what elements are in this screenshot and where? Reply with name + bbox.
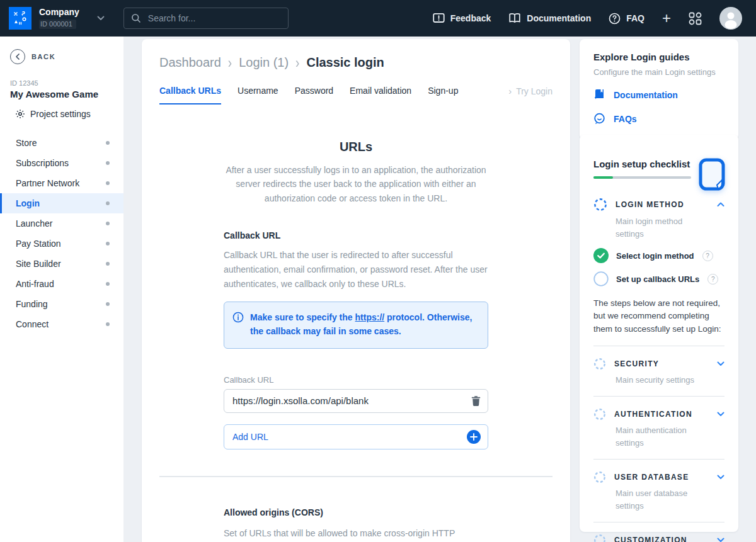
page-title: Classic login — [306, 55, 384, 70]
callback-url-heading: Callback URL — [224, 230, 488, 240]
checklist-progress-bar — [593, 176, 691, 179]
checklist-section-label: LOGIN METHOD — [616, 200, 684, 209]
back-button[interactable]: BACK — [10, 49, 123, 64]
try-login-label: Try Login — [516, 86, 553, 96]
guides-faqs-label: FAQs — [614, 114, 637, 124]
add-url-button[interactable]: Add URL — [224, 424, 488, 449]
sidebar-item-label: Login — [16, 198, 40, 208]
callback-url-input-label: Callback URL — [224, 375, 488, 385]
callback-url-input[interactable] — [224, 389, 488, 413]
status-dot-icon — [106, 181, 110, 185]
urls-section-title: URLs — [224, 140, 488, 154]
company-selector[interactable]: Company ID 000001 — [39, 8, 79, 28]
checklist-section-authentication[interactable]: AUTHENTICATION — [593, 408, 724, 421]
chevron-down-icon[interactable] — [97, 16, 105, 21]
divider — [593, 396, 724, 397]
https-protocol-link[interactable]: https:// — [355, 312, 385, 322]
guides-documentation-label: Documentation — [614, 90, 678, 100]
faq-button[interactable]: FAQ — [609, 13, 644, 25]
documentation-icon — [508, 13, 521, 24]
chevron-down-icon[interactable] — [717, 475, 724, 480]
help-icon[interactable]: ? — [707, 274, 718, 285]
checklist-progress-fill — [593, 176, 613, 179]
checklist-section-customization[interactable]: CUSTOMIZATION — [593, 534, 724, 542]
sidebar-item-subscriptions[interactable]: Subscriptions — [0, 153, 123, 173]
search-input[interactable] — [147, 13, 281, 24]
xsolla-logo-icon[interactable] — [9, 7, 32, 30]
project-sidebar: BACK ID 12345 My Awesome Game Project se… — [0, 37, 123, 542]
chevron-down-icon[interactable] — [717, 361, 724, 366]
tab-password[interactable]: Password — [295, 86, 333, 104]
https-protocol-callout: Make sure to specify the https:// protoc… — [224, 302, 488, 348]
empty-circle-icon — [593, 271, 609, 286]
chevron-down-icon[interactable] — [717, 538, 724, 542]
tab-email-validation[interactable]: Email validation — [350, 86, 411, 104]
explore-guides-card: Explore Login guides Configure the main … — [580, 39, 738, 140]
guides-documentation-link[interactable]: Documentation — [593, 89, 724, 101]
gear-icon — [15, 109, 25, 119]
feedback-button[interactable]: Feedback — [433, 13, 491, 24]
divider — [593, 346, 724, 346]
sidebar-item-label: Connect — [16, 319, 49, 329]
checklist-section-user-database[interactable]: USER DATABASE — [593, 471, 724, 483]
callout-text: Make sure to specify the https:// protoc… — [250, 311, 479, 338]
global-search — [123, 8, 289, 29]
chevron-up-icon[interactable] — [717, 202, 724, 207]
tab-username[interactable]: Username — [238, 86, 278, 104]
status-dot-icon — [106, 282, 110, 286]
sidebar-item-label: Store — [16, 138, 37, 148]
sidebar-item-label: Subscriptions — [16, 158, 69, 168]
sidebar-item-pay-station[interactable]: Pay Station — [0, 234, 123, 254]
status-dot-icon — [106, 141, 110, 145]
chevron-right-icon: › — [228, 54, 232, 72]
tab-sign-up[interactable]: Sign-up — [428, 86, 458, 104]
sidebar-item-label: Site Builder — [16, 259, 61, 269]
try-login-button[interactable]: › Try Login — [508, 86, 553, 96]
documentation-button[interactable]: Documentation — [508, 13, 591, 24]
checklist-item-label: Set up callback URLs — [616, 274, 699, 284]
help-icon[interactable]: ? — [702, 251, 713, 261]
apps-grid-icon[interactable] — [689, 12, 702, 25]
back-label: BACK — [32, 53, 55, 60]
sidebar-item-store[interactable]: Store — [0, 133, 123, 153]
checklist-item-label: Select login method — [616, 251, 694, 261]
checklist-section-label: AUTHENTICATION — [614, 410, 692, 419]
user-avatar[interactable] — [719, 7, 742, 30]
status-dot-icon — [106, 222, 110, 225]
tab-callback-urls[interactable]: Callback URLs — [159, 86, 221, 104]
sidebar-item-funding[interactable]: Funding — [0, 294, 123, 314]
login-setup-checklist-card: Login setup checklist LOGIN METHOD Main … — [580, 135, 738, 532]
guides-faqs-link[interactable]: FAQs — [593, 113, 724, 125]
sidebar-item-anti-fraud[interactable]: Anti-fraud — [0, 274, 123, 294]
delete-url-button[interactable] — [471, 395, 481, 406]
sidebar-item-launcher[interactable]: Launcher — [0, 213, 123, 234]
sidebar-item-label: Pay Station — [16, 239, 61, 249]
checklist-item-select-login-method[interactable]: Select login method ? — [593, 248, 724, 263]
chevron-down-icon[interactable] — [717, 412, 724, 417]
sidebar-item-site-builder[interactable]: Site Builder — [0, 254, 123, 274]
sidebar-item-connect[interactable]: Connect — [0, 314, 123, 334]
tab-bar: Callback URLs Username Password Email va… — [159, 86, 553, 104]
urls-section-description: After a user successfully logs in to an … — [224, 163, 488, 205]
sidebar-item-login[interactable]: Login — [0, 193, 123, 213]
sidebar-item-label: Funding — [16, 299, 48, 309]
dashed-circle-icon — [593, 408, 606, 421]
question-circle-icon — [609, 13, 621, 25]
sidebar-item-partner-network[interactable]: Partner Network — [0, 173, 123, 193]
checklist-item-set-up-callback-urls[interactable]: Set up callback URLs ? — [593, 271, 724, 286]
status-dot-icon — [106, 322, 110, 326]
book-icon — [593, 89, 605, 101]
top-navigation-bar: Company ID 000001 Feedback Documentation — [0, 0, 756, 37]
checklist-section-login-method[interactable]: LOGIN METHOD — [593, 198, 724, 212]
checklist-section-security[interactable]: SECURITY — [593, 358, 724, 370]
project-settings-button[interactable]: Project settings — [15, 109, 123, 119]
status-dot-icon — [106, 242, 110, 246]
breadcrumb-dashboard[interactable]: Dashboard — [159, 55, 221, 70]
chat-smile-icon — [593, 113, 605, 125]
guides-card-subtitle: Configure the main Login settings — [593, 67, 724, 77]
dashed-circle-icon — [593, 471, 606, 483]
chevron-right-icon: › — [295, 54, 299, 72]
add-project-icon[interactable]: + — [662, 11, 671, 26]
checklist-document-icon[interactable] — [698, 157, 726, 194]
breadcrumb-login[interactable]: Login (1) — [239, 55, 289, 70]
